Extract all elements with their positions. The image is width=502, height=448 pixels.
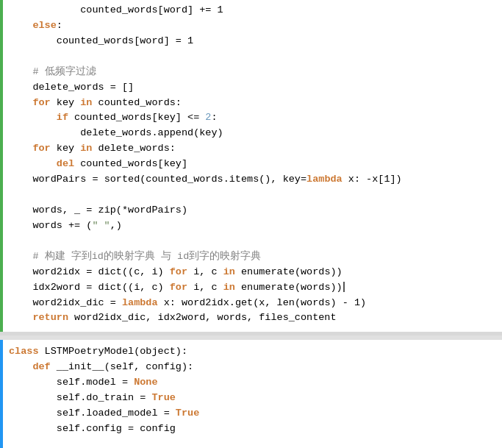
code-line: class LSTMPoetryModel(object): — [9, 346, 187, 357]
code-line: if counted_words[key] <= 2: — [9, 112, 218, 123]
code-block-bottom: class LSTMPoetryModel(object): def __ini… — [0, 344, 502, 448]
code-line: counted_words[word] += 1 — [9, 4, 223, 15]
left-accent-bar-bottom — [0, 340, 3, 448]
left-accent-bar-top — [0, 0, 3, 332]
code-block-top: counted_words[word] += 1 else: counted_w… — [0, 3, 502, 326]
code-line: self.loaded_model = True — [9, 408, 199, 419]
code-line: # 低频字过滤 — [9, 66, 96, 77]
code-line: else: — [9, 20, 62, 31]
code-line: self.model = None — [9, 377, 158, 388]
code-line: idx2word = dict((i, c) for i, c in enume… — [9, 282, 345, 293]
code-line: wordPairs = sorted(counted_words.items()… — [9, 174, 402, 185]
code-line: self.config = config — [9, 423, 176, 434]
code-section-top: counted_words[word] += 1 else: counted_w… — [0, 0, 502, 335]
code-line: counted_words[word] = 1 — [9, 35, 193, 46]
code-line: word2idx = dict((c, i) for i, c in enume… — [9, 266, 343, 277]
code-line: self.do_train = True — [9, 392, 176, 403]
code-editor: counted_words[word] += 1 else: counted_w… — [0, 0, 502, 448]
code-line: del counted_words[key] — [9, 158, 187, 169]
code-line: # 构建 字到id的映射字典 与 id到字的映射字典 — [9, 251, 261, 262]
code-line: def __init__(self, config): — [9, 361, 193, 372]
code-line: delete_words.append(key) — [9, 127, 223, 138]
code-section-bottom: class LSTMPoetryModel(object): def __ini… — [0, 340, 502, 448]
code-line: words += (" ",) — [9, 220, 122, 231]
code-line: for key in counted_words: — [9, 97, 182, 108]
code-line: words, _ = zip(*wordPairs) — [9, 205, 187, 216]
code-line: for key in delete_words: — [9, 143, 176, 154]
code-line: word2idx_dic = lambda x: word2idx.get(x,… — [9, 297, 366, 308]
code-line: delete_words = [] — [9, 82, 134, 93]
code-line: return word2idx_dic, idx2word, words, fi… — [9, 312, 337, 323]
